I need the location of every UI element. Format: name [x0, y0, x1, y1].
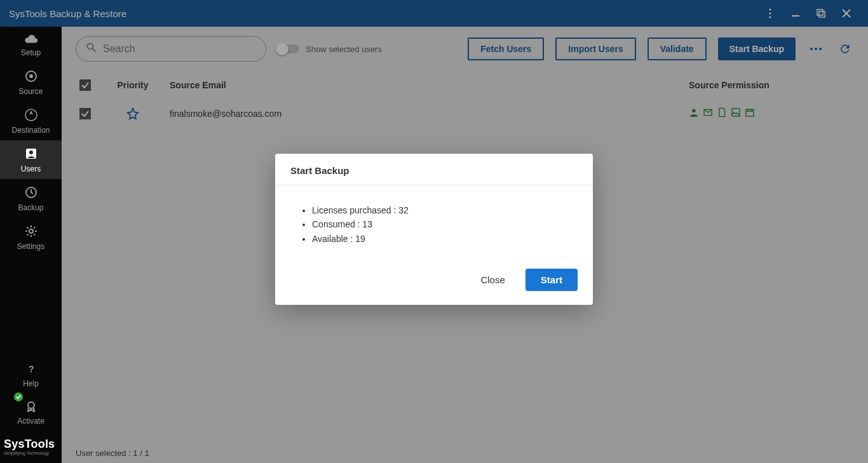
licenses-purchased: Licenses purchased : 32: [312, 203, 567, 217]
check-badge-icon: [14, 393, 23, 401]
modal-body: Licenses purchased : 32 Consumed : 13 Av…: [275, 185, 593, 261]
brand-logo: SysTools Simplifying Technology: [0, 431, 62, 463]
svg-point-12: [29, 229, 33, 233]
cloud-icon: [24, 34, 38, 46]
sidebar: Setup Source Destination Users Backup Se…: [0, 27, 62, 463]
title-bar: SysTools Backup & Restore: [0, 0, 868, 27]
title-overlay: [0, 0, 868, 27]
sidebar-item-label: Destination: [11, 126, 50, 135]
sidebar-item-label: Setup: [21, 48, 41, 57]
sidebar-item-destination[interactable]: Destination: [0, 102, 62, 140]
licenses-consumed: Consumed : 13: [312, 217, 567, 231]
sidebar-item-backup[interactable]: Backup: [0, 179, 62, 218]
brand-text: SysTools: [4, 438, 58, 451]
licenses-available: Available : 19: [312, 232, 567, 246]
help-icon: ?: [25, 363, 37, 377]
svg-point-14: [28, 402, 34, 408]
sidebar-item-help[interactable]: ? Help: [0, 356, 62, 394]
svg-text:?: ?: [29, 364, 34, 374]
svg-point-7: [29, 74, 33, 78]
sidebar-item-users[interactable]: Users: [0, 140, 62, 179]
start-backup-modal: Start Backup Licenses purchased : 32 Con…: [275, 154, 593, 305]
start-button[interactable]: Start: [526, 269, 578, 291]
users-icon: [25, 147, 37, 162]
brand-tagline: Simplifying Technology: [4, 451, 58, 455]
sidebar-item-label: Backup: [18, 203, 43, 212]
history-icon: [25, 186, 37, 201]
sidebar-item-label: Activate: [17, 417, 44, 426]
sidebar-item-label: Source: [18, 87, 43, 96]
sidebar-item-settings[interactable]: Settings: [0, 218, 62, 257]
sidebar-item-label: Help: [23, 379, 39, 388]
gear-icon: [25, 225, 37, 239]
sidebar-item-source[interactable]: Source: [0, 63, 62, 102]
close-button[interactable]: Close: [478, 269, 507, 290]
modal-title: Start Backup: [275, 154, 593, 185]
sidebar-item-label: Settings: [17, 242, 44, 251]
svg-point-10: [29, 151, 33, 154]
sidebar-item-activate[interactable]: Activate: [0, 394, 62, 431]
navigation-icon: [25, 109, 37, 123]
sidebar-item-label: Users: [21, 164, 41, 173]
modal-footer: Close Start: [275, 261, 593, 305]
target-icon: [25, 70, 37, 84]
sidebar-item-setup[interactable]: Setup: [0, 27, 62, 63]
ribbon-icon: [25, 401, 37, 414]
